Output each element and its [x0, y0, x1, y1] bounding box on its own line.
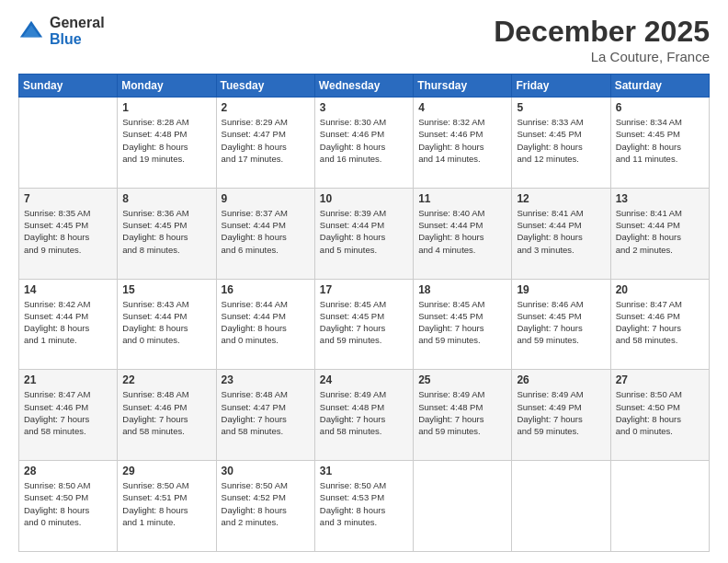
- day-info: Sunrise: 8:41 AM Sunset: 4:44 PM Dayligh…: [616, 207, 704, 256]
- logo-blue-text: Blue: [50, 31, 105, 48]
- day-info: Sunrise: 8:47 AM Sunset: 4:46 PM Dayligh…: [24, 388, 112, 437]
- calendar-cell: 12Sunrise: 8:41 AM Sunset: 4:44 PM Dayli…: [512, 188, 610, 279]
- calendar-cell: 7Sunrise: 8:35 AM Sunset: 4:45 PM Daylig…: [19, 188, 118, 279]
- calendar-row-0: 1Sunrise: 8:28 AM Sunset: 4:48 PM Daylig…: [19, 98, 710, 189]
- calendar-cell: 5Sunrise: 8:33 AM Sunset: 4:45 PM Daylig…: [512, 98, 610, 189]
- day-number: 3: [320, 101, 408, 114]
- day-number: 30: [222, 465, 310, 477]
- calendar-cell: 23Sunrise: 8:48 AM Sunset: 4:47 PM Dayli…: [216, 370, 314, 461]
- calendar-cell: 4Sunrise: 8:32 AM Sunset: 4:46 PM Daylig…: [414, 98, 512, 189]
- col-header-tuesday: Tuesday: [216, 75, 314, 98]
- day-number: 24: [320, 373, 408, 386]
- calendar-cell: 22Sunrise: 8:48 AM Sunset: 4:46 PM Dayli…: [118, 370, 216, 461]
- day-info: Sunrise: 8:50 AM Sunset: 4:50 PM Dayligh…: [24, 479, 112, 528]
- day-info: Sunrise: 8:45 AM Sunset: 4:45 PM Dayligh…: [418, 298, 506, 347]
- day-number: 22: [122, 373, 210, 386]
- location: La Couture, France: [494, 49, 710, 64]
- logo-text: General Blue: [50, 15, 105, 47]
- calendar-cell: 25Sunrise: 8:49 AM Sunset: 4:48 PM Dayli…: [414, 370, 512, 461]
- day-number: 2: [222, 101, 310, 114]
- day-info: Sunrise: 8:32 AM Sunset: 4:46 PM Dayligh…: [418, 116, 506, 165]
- day-info: Sunrise: 8:40 AM Sunset: 4:44 PM Dayligh…: [418, 207, 506, 256]
- calendar-cell: 16Sunrise: 8:44 AM Sunset: 4:44 PM Dayli…: [216, 279, 314, 370]
- col-header-saturday: Saturday: [610, 75, 709, 98]
- calendar-cell: 6Sunrise: 8:34 AM Sunset: 4:45 PM Daylig…: [610, 98, 709, 189]
- calendar-cell: 14Sunrise: 8:42 AM Sunset: 4:44 PM Dayli…: [19, 279, 118, 370]
- calendar-cell: 15Sunrise: 8:43 AM Sunset: 4:44 PM Dayli…: [118, 279, 216, 370]
- day-info: Sunrise: 8:41 AM Sunset: 4:44 PM Dayligh…: [517, 207, 605, 256]
- calendar-cell: 9Sunrise: 8:37 AM Sunset: 4:44 PM Daylig…: [216, 188, 314, 279]
- day-number: 4: [418, 101, 506, 114]
- calendar-cell: 2Sunrise: 8:29 AM Sunset: 4:47 PM Daylig…: [216, 98, 314, 189]
- calendar-cell: 21Sunrise: 8:47 AM Sunset: 4:46 PM Dayli…: [19, 370, 118, 461]
- logo-general-text: General: [50, 15, 105, 31]
- day-info: Sunrise: 8:48 AM Sunset: 4:47 PM Dayligh…: [222, 388, 310, 437]
- day-number: 17: [320, 283, 408, 296]
- day-number: 8: [122, 192, 210, 205]
- calendar-cell: 3Sunrise: 8:30 AM Sunset: 4:46 PM Daylig…: [314, 98, 413, 189]
- calendar-header-row: SundayMondayTuesdayWednesdayThursdayFrid…: [19, 75, 710, 98]
- day-number: 10: [320, 192, 408, 205]
- day-info: Sunrise: 8:49 AM Sunset: 4:48 PM Dayligh…: [418, 388, 506, 437]
- day-number: 7: [24, 192, 112, 205]
- day-number: 14: [24, 283, 112, 296]
- day-number: 27: [616, 373, 704, 386]
- day-number: 26: [517, 373, 605, 386]
- day-info: Sunrise: 8:33 AM Sunset: 4:45 PM Dayligh…: [517, 116, 605, 165]
- day-info: Sunrise: 8:39 AM Sunset: 4:44 PM Dayligh…: [320, 207, 408, 256]
- day-number: 21: [24, 373, 112, 386]
- calendar-cell: 10Sunrise: 8:39 AM Sunset: 4:44 PM Dayli…: [314, 188, 413, 279]
- day-number: 20: [616, 283, 704, 296]
- day-number: 25: [418, 373, 506, 386]
- logo: General Blue: [18, 15, 105, 47]
- calendar-cell: 11Sunrise: 8:40 AM Sunset: 4:44 PM Dayli…: [414, 188, 512, 279]
- col-header-thursday: Thursday: [414, 75, 512, 98]
- calendar-cell: 24Sunrise: 8:49 AM Sunset: 4:48 PM Dayli…: [314, 370, 413, 461]
- day-number: 15: [122, 283, 210, 296]
- calendar-cell: 27Sunrise: 8:50 AM Sunset: 4:50 PM Dayli…: [610, 370, 709, 461]
- day-number: 16: [222, 283, 310, 296]
- day-number: 19: [517, 283, 605, 296]
- day-info: Sunrise: 8:29 AM Sunset: 4:47 PM Dayligh…: [222, 116, 310, 165]
- day-info: Sunrise: 8:50 AM Sunset: 4:51 PM Dayligh…: [122, 479, 210, 528]
- day-number: 6: [616, 101, 704, 114]
- calendar-cell: 17Sunrise: 8:45 AM Sunset: 4:45 PM Dayli…: [314, 279, 413, 370]
- calendar-cell: [610, 461, 709, 552]
- day-info: Sunrise: 8:42 AM Sunset: 4:44 PM Dayligh…: [24, 298, 112, 347]
- day-number: 5: [517, 101, 605, 114]
- day-number: 18: [418, 283, 506, 296]
- calendar-row-2: 14Sunrise: 8:42 AM Sunset: 4:44 PM Dayli…: [19, 279, 710, 370]
- calendar-cell: [19, 98, 118, 189]
- day-number: 28: [24, 465, 112, 477]
- logo-icon: [18, 18, 44, 44]
- calendar-cell: 31Sunrise: 8:50 AM Sunset: 4:53 PM Dayli…: [314, 461, 413, 552]
- calendar-row-1: 7Sunrise: 8:35 AM Sunset: 4:45 PM Daylig…: [19, 188, 710, 279]
- calendar-cell: 13Sunrise: 8:41 AM Sunset: 4:44 PM Dayli…: [610, 188, 709, 279]
- day-number: 31: [320, 465, 408, 477]
- calendar-cell: 28Sunrise: 8:50 AM Sunset: 4:50 PM Dayli…: [19, 461, 118, 552]
- day-info: Sunrise: 8:34 AM Sunset: 4:45 PM Dayligh…: [616, 116, 704, 165]
- calendar-row-4: 28Sunrise: 8:50 AM Sunset: 4:50 PM Dayli…: [19, 461, 710, 552]
- col-header-friday: Friday: [512, 75, 610, 98]
- day-info: Sunrise: 8:50 AM Sunset: 4:50 PM Dayligh…: [616, 388, 704, 437]
- day-number: 1: [122, 101, 210, 114]
- day-info: Sunrise: 8:36 AM Sunset: 4:45 PM Dayligh…: [122, 207, 210, 256]
- day-number: 9: [222, 192, 310, 205]
- calendar-cell: 19Sunrise: 8:46 AM Sunset: 4:45 PM Dayli…: [512, 279, 610, 370]
- day-info: Sunrise: 8:50 AM Sunset: 4:53 PM Dayligh…: [320, 479, 408, 528]
- calendar-cell: 30Sunrise: 8:50 AM Sunset: 4:52 PM Dayli…: [216, 461, 314, 552]
- day-info: Sunrise: 8:28 AM Sunset: 4:48 PM Dayligh…: [122, 116, 210, 165]
- calendar-cell: 29Sunrise: 8:50 AM Sunset: 4:51 PM Dayli…: [118, 461, 216, 552]
- calendar-cell: [414, 461, 512, 552]
- page: General Blue December 2025 La Couture, F…: [0, 0, 728, 563]
- day-info: Sunrise: 8:35 AM Sunset: 4:45 PM Dayligh…: [24, 207, 112, 256]
- calendar-row-3: 21Sunrise: 8:47 AM Sunset: 4:46 PM Dayli…: [19, 370, 710, 461]
- day-info: Sunrise: 8:43 AM Sunset: 4:44 PM Dayligh…: [122, 298, 210, 347]
- day-info: Sunrise: 8:45 AM Sunset: 4:45 PM Dayligh…: [320, 298, 408, 347]
- day-number: 11: [418, 192, 506, 205]
- day-number: 13: [616, 192, 704, 205]
- day-info: Sunrise: 8:48 AM Sunset: 4:46 PM Dayligh…: [122, 388, 210, 437]
- day-info: Sunrise: 8:30 AM Sunset: 4:46 PM Dayligh…: [320, 116, 408, 165]
- day-info: Sunrise: 8:37 AM Sunset: 4:44 PM Dayligh…: [222, 207, 310, 256]
- col-header-monday: Monday: [118, 75, 216, 98]
